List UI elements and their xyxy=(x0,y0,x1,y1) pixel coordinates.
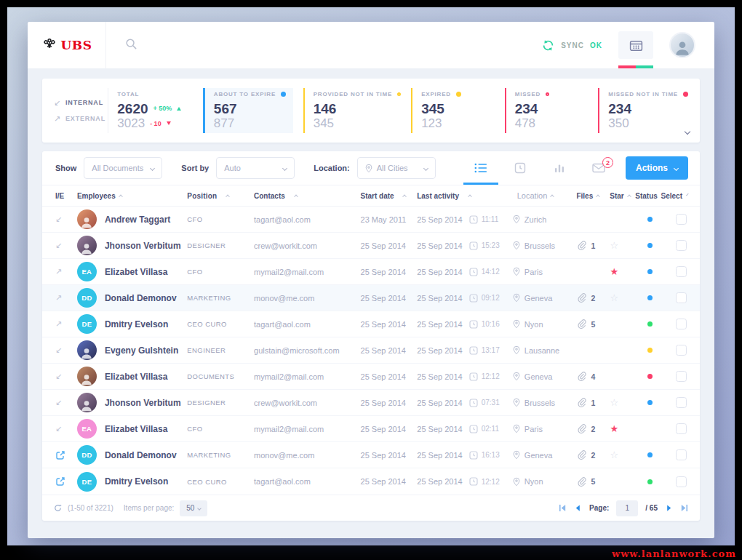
col-select[interactable]: Select xyxy=(665,192,687,200)
stat-missed-not-in-time[interactable]: MISSED NOT IN TIME 234 350 xyxy=(598,88,688,133)
next-page-button[interactable] xyxy=(665,504,673,512)
star-cell[interactable]: ☆ xyxy=(610,398,634,407)
per-page-select[interactable]: 50 xyxy=(180,500,207,516)
status-cell xyxy=(634,348,665,353)
table-row[interactable]: ↗ EAElizabet Villasa CFO mymail2@mail.co… xyxy=(42,259,700,285)
refresh-button[interactable] xyxy=(54,504,62,512)
table-row[interactable]: ↙ Jhonson Verbitum DESIGNER crew@workit.… xyxy=(42,390,700,416)
contact-email: tagart@aol.com xyxy=(254,477,361,486)
row-checkbox[interactable] xyxy=(676,319,687,329)
star-filled-icon[interactable]: ★ xyxy=(610,424,618,433)
sort-label: Sort by xyxy=(181,164,209,172)
brand-logo[interactable]: UBS xyxy=(28,22,106,68)
contact-email: tagart@aol.com xyxy=(254,215,361,224)
star-cell[interactable]: ★ xyxy=(610,267,634,276)
tab-mail-view[interactable]: 2 xyxy=(579,151,618,185)
calendar-button[interactable] xyxy=(618,31,653,59)
first-page-button[interactable] xyxy=(559,504,567,512)
status-cell xyxy=(634,374,665,379)
sync-icon xyxy=(541,39,555,52)
page-input[interactable]: 1 xyxy=(616,500,638,516)
stat-provided-not-in-time[interactable]: PROVIDED NOT IN TIME 146 345 xyxy=(303,88,401,133)
paperclip-icon xyxy=(577,372,586,381)
tab-chart-view[interactable] xyxy=(540,151,579,185)
row-checkbox[interactable] xyxy=(676,345,687,356)
clock-icon xyxy=(469,346,478,355)
col-employees[interactable]: Employees xyxy=(77,192,187,200)
star-cell[interactable]: ☆ xyxy=(610,450,634,460)
row-checkbox[interactable] xyxy=(676,266,687,277)
table-row[interactable]: DDDonald Demonov MARKETING monov@me.com … xyxy=(42,442,700,468)
row-checkbox[interactable] xyxy=(676,397,687,408)
star-cell[interactable]: ☆ xyxy=(610,293,634,303)
star-filled-icon[interactable]: ★ xyxy=(610,267,618,276)
row-checkbox[interactable] xyxy=(676,449,687,460)
last-page-button[interactable] xyxy=(680,504,688,512)
contact-email: mymail2@mail.com xyxy=(254,372,361,381)
location-dropdown[interactable]: All Cities xyxy=(357,157,436,179)
star-empty-icon[interactable]: ☆ xyxy=(610,241,618,250)
row-checkbox[interactable] xyxy=(676,371,687,382)
sync-button[interactable]: SYNC OK xyxy=(541,39,602,52)
row-checkbox[interactable] xyxy=(676,423,687,434)
stat-missed[interactable]: MISSED 234 478 xyxy=(505,88,589,133)
table-row[interactable]: ↙ Elizabet Villasa DOCUMENTS mymail2@mai… xyxy=(42,364,700,390)
actions-button[interactable]: Actions xyxy=(626,156,688,180)
status-dot xyxy=(647,400,653,405)
position: CFO xyxy=(187,425,254,433)
employee-name: Donald Demonov xyxy=(105,293,177,303)
table-row[interactable]: ↙ Andrew Taggart CFO tagart@aol.com 23 M… xyxy=(42,207,700,233)
star-cell[interactable]: ★ xyxy=(610,424,634,433)
external-link-icon[interactable] xyxy=(55,450,65,460)
clock-icon xyxy=(469,425,478,433)
col-contacts[interactable]: Contacts xyxy=(254,192,360,200)
table-row[interactable]: ↙ EAElizabet Villasa CFO mymail2@mail.co… xyxy=(42,416,700,442)
col-start-date[interactable]: Start date xyxy=(360,192,417,200)
col-location[interactable]: Location xyxy=(513,191,577,200)
search-button[interactable] xyxy=(125,38,137,53)
col-ie[interactable]: I/E xyxy=(55,192,77,200)
row-checkbox[interactable] xyxy=(676,214,687,225)
table-row[interactable]: ↙ Evgeny Gulshtein ENGINEER gulstain@mic… xyxy=(42,337,700,364)
table-row[interactable]: ↗ DEDmitry Evelson CEO CURO tagart@aol.c… xyxy=(42,311,700,337)
table-row[interactable]: DEDmitry Evelson CEO CURO tagart@aol.com… xyxy=(42,468,700,495)
col-last-activity[interactable]: Last activity xyxy=(417,192,513,200)
internal-legend: ↙INTERNAL xyxy=(54,98,108,108)
col-star[interactable]: Star xyxy=(610,192,634,200)
row-checkbox[interactable] xyxy=(676,240,687,251)
paperclip-icon xyxy=(577,293,586,303)
position: ENGINEER xyxy=(187,346,254,354)
location: Zurich xyxy=(513,215,577,224)
pagination: Page: 1 / 65 xyxy=(559,500,688,516)
star-empty-icon[interactable]: ☆ xyxy=(610,293,618,303)
clock-icon xyxy=(469,451,478,460)
status-dot xyxy=(647,217,653,222)
show-dropdown[interactable]: All Documents xyxy=(84,157,162,179)
stats-collapse-button[interactable] xyxy=(685,124,690,137)
row-checkbox[interactable] xyxy=(676,476,687,487)
col-position[interactable]: Position xyxy=(187,192,254,200)
sort-dropdown[interactable]: Auto xyxy=(216,157,295,179)
contact-email: gulstain@microsoft.com xyxy=(254,346,361,355)
star-cell[interactable]: ☆ xyxy=(610,241,634,250)
status-cell xyxy=(634,400,665,405)
result-range: (1-50 of 3221) xyxy=(68,504,113,512)
stat-expired[interactable]: EXPIRED 345 123 xyxy=(411,88,495,133)
star-empty-icon[interactable]: ☆ xyxy=(610,398,618,407)
external-link-icon[interactable] xyxy=(55,476,65,487)
user-avatar[interactable] xyxy=(669,32,695,58)
table-row[interactable]: ↙ Jhonson Verbitum DESIGNER crew@workit.… xyxy=(42,233,700,259)
row-checkbox[interactable] xyxy=(676,292,687,303)
prev-page-button[interactable] xyxy=(574,504,582,512)
col-files[interactable]: Files xyxy=(576,192,610,200)
paperclip-icon xyxy=(577,319,586,329)
tab-recent-view[interactable] xyxy=(500,151,540,185)
stat-about-to-expire[interactable]: ABOUT TO EXPIRE 567 877 xyxy=(203,88,293,133)
start-date: 25 Sep 2014 xyxy=(361,451,418,460)
employee-name: Evgeny Gulshtein xyxy=(105,345,178,356)
tab-list-view[interactable] xyxy=(461,151,500,185)
table-row-highlighted[interactable]: ↗ DDDonald Demonov MARKETING monov@me.co… xyxy=(42,285,700,311)
content-area: ↙INTERNAL ↗EXTERNAL TOTAL 2620+ 50% 3023… xyxy=(28,68,714,538)
contact-email: mymail2@mail.com xyxy=(254,425,361,433)
star-empty-icon[interactable]: ☆ xyxy=(610,450,618,460)
